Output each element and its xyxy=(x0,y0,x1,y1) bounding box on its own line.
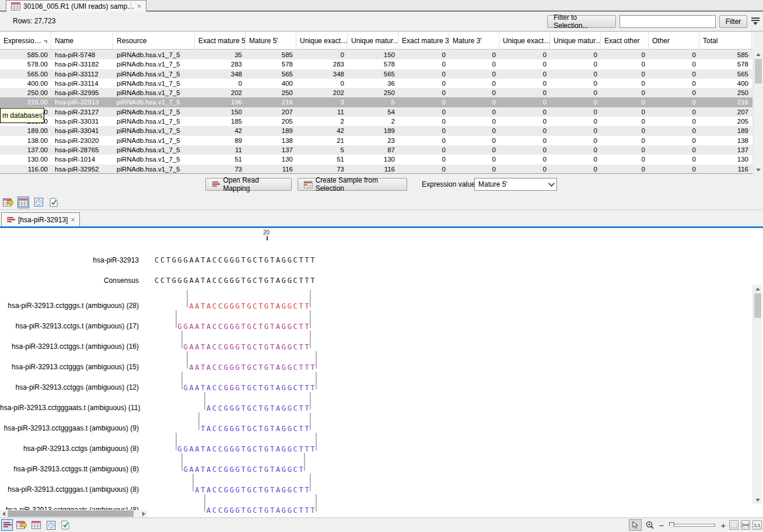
scrollbar-thumb[interactable] xyxy=(754,293,761,318)
element-info-view-icon[interactable] xyxy=(48,197,60,208)
table-row[interactable]: 116.00hsa-piR-32952piRNAdb.hsa.v1_7_5731… xyxy=(0,164,752,174)
close-icon[interactable]: × xyxy=(71,216,75,224)
reference-row[interactable]: hsa-piR-32913 CCTGGGAATACCGGGTGCTGTAGGCT… xyxy=(0,256,747,265)
table-cell: 0 xyxy=(499,69,550,79)
read-row[interactable]: hsa-piR-32913.cctggs.t (ambiguous) (16)G… xyxy=(0,331,747,351)
column-header[interactable]: Exact other xyxy=(601,32,649,50)
table-cell: 0 xyxy=(550,50,601,60)
read-row[interactable]: hsa-piR-32913.cctggs (ambiguous) (12)GAA… xyxy=(0,372,747,392)
zoom-in-icon[interactable]: + xyxy=(720,520,727,530)
column-header[interactable]: Unique exact… xyxy=(296,32,348,50)
column-header[interactable]: Unique matur… xyxy=(348,32,398,50)
open-table-view-icon[interactable] xyxy=(16,519,27,531)
column-header[interactable]: Exact mature 3' xyxy=(398,32,449,50)
zoom-to-selection-icon[interactable] xyxy=(729,520,738,530)
table-cell: 0 xyxy=(649,145,699,155)
zoom-out-icon[interactable]: − xyxy=(658,520,665,530)
read-mapping-panel: 20 hsa-piR-32913 CCTGGGAATACCGGGTGCTGTAG… xyxy=(0,228,763,517)
table-row[interactable]: 250.00hsa-piR-32995piRNAdb.hsa.v1_7_5202… xyxy=(0,88,752,97)
column-header-label: Exact other xyxy=(604,32,640,50)
sort-descending-icon xyxy=(44,40,47,43)
column-header[interactable]: Other xyxy=(649,32,699,50)
create-sample-button[interactable]: Create Sample from Selection xyxy=(298,178,407,191)
table-row[interactable]: 189.00hsa-piR-33041piRNAdb.hsa.v1_7_5421… xyxy=(0,126,752,135)
expression-value-dropdown[interactable]: Mature 5' xyxy=(474,178,557,191)
zoom-slider[interactable] xyxy=(670,524,715,527)
column-header[interactable]: Mature 3' xyxy=(449,32,499,50)
column-header[interactable]: Total xyxy=(699,32,752,50)
scrollbar-thumb[interactable] xyxy=(755,59,762,83)
table-cell: 0 xyxy=(195,79,246,88)
column-header[interactable]: Unique exact… xyxy=(499,32,550,50)
history-view-icon[interactable] xyxy=(45,519,57,531)
read-label: hsa-piR-32913.cctgggaas.t (ambiguous) (9… xyxy=(0,424,146,432)
tab-expression-table[interactable]: 30106_005.R1 (UMI reads) samp… × xyxy=(6,0,146,12)
table-row[interactable]: 216.00hsa-piR-32913piRNAdb.hsa.v1_7_5196… xyxy=(0,97,752,107)
consensus-row[interactable]: Consensus CCTGGGAATACCGGGTGCTGTAGGCTTT xyxy=(0,276,747,286)
read-row[interactable]: hsa-piR-32913.cctgggaats.t (ambiguous) (… xyxy=(0,392,747,412)
open-table-view-icon[interactable] xyxy=(2,197,14,208)
column-header[interactable]: Expressio… xyxy=(0,32,51,50)
table-row[interactable]: 565.00hsa-piR-33112piRNAdb.hsa.v1_7_5348… xyxy=(0,69,752,79)
scroll-left-icon[interactable] xyxy=(0,510,7,517)
table-row[interactable]: 205.00hsa-piR-33031piRNAdb.hsa.v1_7_5185… xyxy=(0,117,752,126)
table-cell: 0 xyxy=(499,145,550,155)
table-vertical-scrollbar[interactable] xyxy=(753,50,762,174)
table-row[interactable]: 585.00hsa-piR-5748piRNAdb.hsa.v1_7_53558… xyxy=(0,50,752,60)
advanced-filter-icon[interactable] xyxy=(751,18,760,25)
column-header-label: Mature 3' xyxy=(453,32,482,50)
column-header[interactable]: Mature 5' xyxy=(246,32,296,50)
mapping-horizontal-scrollbar[interactable] xyxy=(0,510,147,517)
table-view-icon[interactable] xyxy=(18,197,29,208)
scroll-down-icon[interactable] xyxy=(753,496,762,504)
zoom-in-tool-icon[interactable] xyxy=(644,519,656,531)
column-header[interactable]: Unique matur… xyxy=(550,32,601,50)
scroll-down-icon[interactable] xyxy=(754,166,763,174)
table-cell: 0 xyxy=(499,97,550,107)
history-view-icon[interactable] xyxy=(33,197,44,208)
element-info-view-icon[interactable] xyxy=(60,519,71,531)
filter-button[interactable]: Filter xyxy=(719,15,747,28)
zoom-slider-thumb[interactable] xyxy=(669,522,674,529)
open-read-mapping-button[interactable]: Open Read Mapping xyxy=(205,178,292,191)
column-header[interactable]: Resource xyxy=(113,32,195,50)
table-cell: 0 xyxy=(398,60,449,69)
read-row[interactable]: hsa-piR-32913.cctgs (ambiguous) (8)GGAAT… xyxy=(0,433,747,453)
one-to-one-zoom-icon[interactable]: 1:1 xyxy=(752,520,762,530)
table-row[interactable]: 400.00hsa-piR-33114piRNAdb.hsa.v1_7_5040… xyxy=(0,79,752,88)
read-end-bar xyxy=(187,351,188,369)
close-icon[interactable]: × xyxy=(137,2,141,10)
table-view-icon[interactable] xyxy=(30,519,42,531)
fit-width-icon[interactable] xyxy=(741,520,750,530)
scrollbar-thumb[interactable] xyxy=(8,510,134,517)
table-cell: 0 xyxy=(449,145,499,155)
read-row[interactable]: hsa-piR-32913.cctgggas.t (ambiguous) (8)… xyxy=(0,474,747,494)
table-row[interactable]: 130.00hsa-piR-1014piRNAdb.hsa.v1_7_55113… xyxy=(0,155,752,164)
table-cell: 0 xyxy=(550,145,601,155)
column-header-label: Exact mature 3' xyxy=(402,32,449,50)
read-row[interactable]: hsa-piR-32913.cctgs.t (ambiguous) (17)GG… xyxy=(0,310,747,331)
table-row[interactable]: 137.00hsa-piR-28765piRNAdb.hsa.v1_7_5111… xyxy=(0,145,752,155)
read-mapping-icon xyxy=(6,216,15,223)
read-mapping-view-icon[interactable] xyxy=(1,519,13,531)
top-tab-bar: 30106_005.R1 (UMI reads) samp… × xyxy=(0,0,763,12)
column-header[interactable]: Exact mature 5' xyxy=(195,32,246,50)
filter-to-selection-button[interactable]: Filter to Selection... xyxy=(547,15,616,28)
table-cell: 0 xyxy=(550,136,601,145)
table-row[interactable]: 138.00hsa-piR-23020piRNAdb.hsa.v1_7_5891… xyxy=(0,136,752,145)
scroll-up-icon[interactable] xyxy=(753,285,762,293)
tab-read-mapping[interactable]: [hsa-piR-32913] × xyxy=(1,212,80,226)
scroll-right-icon[interactable] xyxy=(140,510,147,517)
table-cell: 400 xyxy=(246,79,296,88)
read-row[interactable]: hsa-piR-32913.cctgggs (ambiguous) (15)AA… xyxy=(0,351,747,372)
pointer-tool-icon[interactable] xyxy=(629,519,642,531)
scroll-up-icon[interactable] xyxy=(754,50,763,58)
read-row[interactable]: hsa-piR-32913.cctgggs.t (ambiguous) (28)… xyxy=(0,290,747,310)
table-row[interactable]: 578.00hsa-piR-33182piRNAdb.hsa.v1_7_5283… xyxy=(0,60,752,69)
table-row[interactable]: 207.00hsa-piR-23127piRNAdb.hsa.v1_7_5150… xyxy=(0,107,752,117)
column-header[interactable]: Name xyxy=(51,32,113,50)
read-row[interactable]: hsa-piR-32913.cctgggaas.t (ambiguous) (9… xyxy=(0,412,747,433)
mapping-vertical-scrollbar[interactable] xyxy=(752,285,762,504)
filter-input[interactable] xyxy=(620,15,716,28)
read-row[interactable]: hsa-piR-32913.cctggs.tt (ambiguous) (8)G… xyxy=(0,453,747,474)
